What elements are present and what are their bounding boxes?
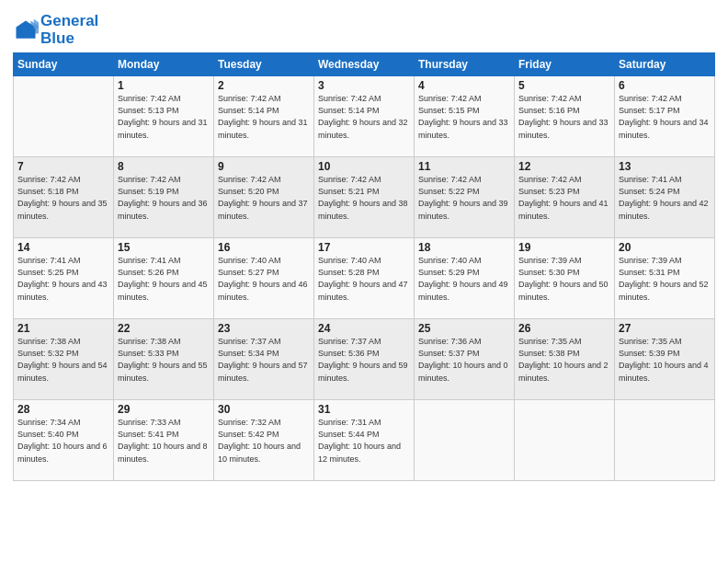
logo-text: General Blue [40,13,98,47]
day-cell: 31Sunrise: 7:31 AMSunset: 5:44 PMDayligh… [314,400,415,481]
day-info: Sunrise: 7:42 AMSunset: 5:16 PMDaylight:… [518,93,610,141]
day-info: Sunrise: 7:42 AMSunset: 5:15 PMDaylight:… [418,93,510,141]
day-info: Sunrise: 7:42 AMSunset: 5:13 PMDaylight:… [118,93,210,141]
day-number: 18 [418,241,510,254]
header-cell-tuesday: Tuesday [214,53,314,76]
day-info: Sunrise: 7:40 AMSunset: 5:29 PMDaylight:… [418,255,510,303]
day-cell [615,400,715,481]
day-info: Sunrise: 7:41 AMSunset: 5:26 PMDaylight:… [118,255,210,303]
day-cell: 4Sunrise: 7:42 AMSunset: 5:15 PMDaylight… [415,76,515,157]
day-number: 3 [318,79,410,92]
day-cell: 13Sunrise: 7:41 AMSunset: 5:24 PMDayligh… [615,157,715,238]
day-number: 5 [518,79,610,92]
day-cell: 25Sunrise: 7:36 AMSunset: 5:37 PMDayligh… [415,319,515,400]
day-cell: 26Sunrise: 7:35 AMSunset: 5:38 PMDayligh… [515,319,615,400]
day-info: Sunrise: 7:32 AMSunset: 5:42 PMDaylight:… [218,417,310,465]
day-number: 11 [418,160,510,173]
day-number: 15 [118,241,210,254]
day-cell: 10Sunrise: 7:42 AMSunset: 5:21 PMDayligh… [314,157,415,238]
day-cell: 12Sunrise: 7:42 AMSunset: 5:23 PMDayligh… [515,157,615,238]
day-info: Sunrise: 7:42 AMSunset: 5:14 PMDaylight:… [218,93,310,141]
day-number: 13 [619,160,711,173]
day-info: Sunrise: 7:37 AMSunset: 5:36 PMDaylight:… [318,336,410,384]
day-info: Sunrise: 7:42 AMSunset: 5:19 PMDaylight:… [118,174,210,222]
page-container: General Blue SundayMondayTuesdayWednesda… [0,0,728,487]
day-number: 7 [17,160,109,173]
day-cell: 28Sunrise: 7:34 AMSunset: 5:40 PMDayligh… [14,400,114,481]
header: General Blue [13,9,715,47]
day-cell [14,76,114,157]
day-number: 8 [118,160,210,173]
day-number: 12 [518,160,610,173]
calendar-table: SundayMondayTuesdayWednesdayThursdayFrid… [13,52,715,481]
day-number: 23 [218,322,310,335]
header-cell-sunday: Sunday [14,53,114,76]
day-number: 17 [318,241,410,254]
day-info: Sunrise: 7:35 AMSunset: 5:39 PMDaylight:… [619,336,711,384]
day-cell: 3Sunrise: 7:42 AMSunset: 5:14 PMDaylight… [314,76,415,157]
day-number: 31 [318,403,410,416]
day-cell: 14Sunrise: 7:41 AMSunset: 5:25 PMDayligh… [14,238,114,319]
day-number: 24 [318,322,410,335]
day-cell: 19Sunrise: 7:39 AMSunset: 5:30 PMDayligh… [515,238,615,319]
day-info: Sunrise: 7:42 AMSunset: 5:14 PMDaylight:… [318,93,410,141]
day-number: 9 [218,160,310,173]
week-row-1: 1Sunrise: 7:42 AMSunset: 5:13 PMDaylight… [14,76,715,157]
day-info: Sunrise: 7:34 AMSunset: 5:40 PMDaylight:… [17,417,109,465]
day-info: Sunrise: 7:42 AMSunset: 5:18 PMDaylight:… [17,174,109,222]
day-cell: 21Sunrise: 7:38 AMSunset: 5:32 PMDayligh… [14,319,114,400]
day-number: 6 [619,79,711,92]
header-row: SundayMondayTuesdayWednesdayThursdayFrid… [14,53,715,76]
day-info: Sunrise: 7:36 AMSunset: 5:37 PMDaylight:… [418,336,510,384]
day-number: 22 [118,322,210,335]
day-cell: 18Sunrise: 7:40 AMSunset: 5:29 PMDayligh… [415,238,515,319]
day-number: 2 [218,79,310,92]
day-cell: 22Sunrise: 7:38 AMSunset: 5:33 PMDayligh… [114,319,214,400]
day-number: 19 [518,241,610,254]
day-info: Sunrise: 7:33 AMSunset: 5:41 PMDaylight:… [118,417,210,465]
day-info: Sunrise: 7:39 AMSunset: 5:31 PMDaylight:… [619,255,711,303]
day-number: 10 [318,160,410,173]
day-number: 1 [118,79,210,92]
day-info: Sunrise: 7:41 AMSunset: 5:24 PMDaylight:… [619,174,711,222]
day-info: Sunrise: 7:31 AMSunset: 5:44 PMDaylight:… [318,417,410,465]
day-cell: 2Sunrise: 7:42 AMSunset: 5:14 PMDaylight… [214,76,314,157]
day-number: 28 [17,403,109,416]
day-number: 16 [218,241,310,254]
week-row-4: 21Sunrise: 7:38 AMSunset: 5:32 PMDayligh… [14,319,715,400]
day-cell: 23Sunrise: 7:37 AMSunset: 5:34 PMDayligh… [214,319,314,400]
day-cell [415,400,515,481]
day-cell: 30Sunrise: 7:32 AMSunset: 5:42 PMDayligh… [214,400,314,481]
day-cell: 15Sunrise: 7:41 AMSunset: 5:26 PMDayligh… [114,238,214,319]
day-info: Sunrise: 7:40 AMSunset: 5:27 PMDaylight:… [218,255,310,303]
day-cell: 16Sunrise: 7:40 AMSunset: 5:27 PMDayligh… [214,238,314,319]
day-number: 14 [17,241,109,254]
day-info: Sunrise: 7:40 AMSunset: 5:28 PMDaylight:… [318,255,410,303]
week-row-5: 28Sunrise: 7:34 AMSunset: 5:40 PMDayligh… [14,400,715,481]
header-cell-monday: Monday [114,53,214,76]
week-row-3: 14Sunrise: 7:41 AMSunset: 5:25 PMDayligh… [14,238,715,319]
day-cell: 11Sunrise: 7:42 AMSunset: 5:22 PMDayligh… [415,157,515,238]
day-number: 25 [418,322,510,335]
day-info: Sunrise: 7:42 AMSunset: 5:23 PMDaylight:… [518,174,610,222]
day-cell: 7Sunrise: 7:42 AMSunset: 5:18 PMDaylight… [14,157,114,238]
day-cell: 5Sunrise: 7:42 AMSunset: 5:16 PMDaylight… [515,76,615,157]
day-cell: 8Sunrise: 7:42 AMSunset: 5:19 PMDaylight… [114,157,214,238]
day-cell: 20Sunrise: 7:39 AMSunset: 5:31 PMDayligh… [615,238,715,319]
day-info: Sunrise: 7:42 AMSunset: 5:22 PMDaylight:… [418,174,510,222]
day-cell: 9Sunrise: 7:42 AMSunset: 5:20 PMDaylight… [214,157,314,238]
logo-icon [13,17,39,43]
logo: General Blue [13,13,98,47]
header-cell-wednesday: Wednesday [314,53,415,76]
day-number: 20 [619,241,711,254]
day-number: 21 [17,322,109,335]
day-info: Sunrise: 7:38 AMSunset: 5:33 PMDaylight:… [118,336,210,384]
day-cell: 17Sunrise: 7:40 AMSunset: 5:28 PMDayligh… [314,238,415,319]
day-cell: 27Sunrise: 7:35 AMSunset: 5:39 PMDayligh… [615,319,715,400]
header-cell-friday: Friday [515,53,615,76]
svg-marker-2 [34,18,39,29]
day-info: Sunrise: 7:41 AMSunset: 5:25 PMDaylight:… [17,255,109,303]
day-cell: 6Sunrise: 7:42 AMSunset: 5:17 PMDaylight… [615,76,715,157]
day-cell: 1Sunrise: 7:42 AMSunset: 5:13 PMDaylight… [114,76,214,157]
day-number: 27 [619,322,711,335]
